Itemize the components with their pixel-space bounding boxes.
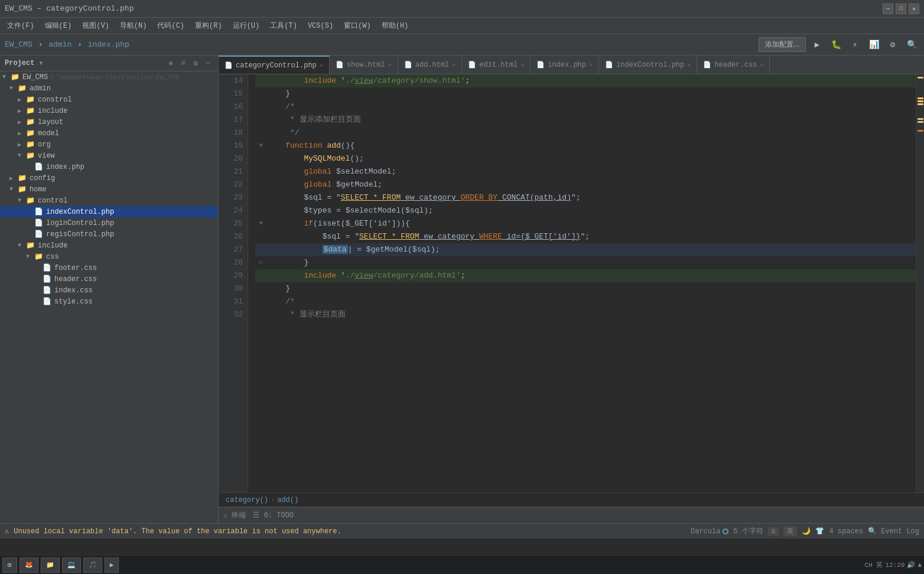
menu-help[interactable]: 帮助(H): [377, 19, 414, 32]
tab-addhtml[interactable]: 📄 add.html ✕: [398, 56, 463, 74]
tree-item-ew-cms[interactable]: ▼ 📁 EW_CMS C:\wamp64\www\class\online\EW…: [0, 71, 218, 83]
lang-btn[interactable]: 英: [783, 526, 797, 536]
tree-item-config[interactable]: ▶ 📁 config: [0, 172, 218, 184]
tree-label: admin: [30, 84, 51, 93]
code-content[interactable]: include './view/category/show.html'; } /…: [248, 74, 916, 493]
profile-icon[interactable]: ⚡: [847, 37, 863, 53]
tab-showhtml[interactable]: 📄 show.html ✕: [330, 56, 398, 74]
tree-item-constrol[interactable]: ▶ 📁 constrol: [0, 94, 218, 105]
file-icon: 📄: [34, 218, 44, 227]
taskbar-terminal[interactable]: ▶: [105, 557, 119, 573]
tree-item-index-css[interactable]: 📄 index.css: [0, 285, 218, 296]
tab-categorycontrol[interactable]: 📄 categoryControl.php ✕: [219, 56, 330, 74]
search-everywhere-icon[interactable]: 🔍: [904, 37, 919, 53]
toolbar-right: 添加配置... ▶ 🐛 ⚡ 📊 ⚙ 🔍: [759, 37, 919, 53]
tab-close-icon[interactable]: ✕: [320, 62, 323, 69]
todo-tab[interactable]: ☰ 6: TODO: [253, 511, 294, 520]
collapse-icon[interactable]: ≡: [178, 58, 188, 69]
list-icon: ☰: [253, 511, 259, 520]
theme-badge[interactable]: Darcula: [691, 527, 728, 536]
project-dropdown-icon[interactable]: ▼: [39, 60, 43, 67]
tree-item-control[interactable]: ▼ 📁 control: [0, 195, 218, 206]
bottom-tabs: ⚠ 终端 ☰ 6: TODO: [219, 507, 924, 523]
tree-item-header-css[interactable]: 📄 header.css: [0, 273, 218, 285]
chevron-down-icon[interactable]: ▲: [918, 562, 922, 569]
menu-vcs[interactable]: VCS(S): [303, 20, 338, 32]
minimize-button[interactable]: —: [883, 4, 893, 14]
locate-icon[interactable]: ⊕: [165, 58, 176, 69]
tab-close-icon[interactable]: ✕: [760, 61, 763, 69]
tree-item-style-css[interactable]: 📄 style.css: [0, 296, 218, 307]
tab-close-icon[interactable]: ✕: [687, 61, 691, 69]
tree-item-admin[interactable]: ▼ 📁 admin: [0, 83, 218, 94]
run-icon[interactable]: ▶: [809, 37, 825, 53]
taskbar-explorer[interactable]: 📁: [41, 557, 60, 573]
minimize-sidebar-icon[interactable]: —: [203, 58, 213, 69]
menu-window[interactable]: 窗口(W): [339, 19, 376, 32]
menu-edit[interactable]: 编辑(E): [40, 19, 77, 32]
tree-item-footer-css[interactable]: 📄 footer.css: [0, 262, 218, 273]
tree-item-view[interactable]: ▼ 📁 view: [0, 150, 218, 161]
tree-item-include-home[interactable]: ▼ 📁 include: [0, 240, 218, 251]
line-numbers: 14 15 16 17 18 19 20 21 22 23 24 25 26 2…: [219, 74, 248, 493]
tree-item-indexcontrol-php[interactable]: 📄 indexControl.php: [0, 206, 218, 217]
tab-close-icon[interactable]: ✕: [520, 61, 524, 69]
tree-item-include[interactable]: ▶ 📁 include: [0, 105, 218, 116]
close-button[interactable]: ✕: [909, 4, 919, 14]
line-ending[interactable]: 4 spaces: [829, 527, 863, 536]
tab-headercss[interactable]: 📄 header.css ✕: [697, 56, 770, 74]
tab-indexphp[interactable]: 📄 index.php ✕: [531, 56, 599, 74]
tree-item-logincontrol-php[interactable]: 📄 loginControl.php: [0, 217, 218, 229]
add-config-button[interactable]: 添加配置...: [759, 37, 806, 52]
menu-refactor[interactable]: 重构(R): [190, 19, 227, 32]
shirt-icon[interactable]: 👕: [815, 527, 824, 536]
code-editor[interactable]: 14 15 16 17 18 19 20 21 22 23 24 25 26 2…: [219, 74, 924, 493]
breadcrumb-category[interactable]: category(): [226, 496, 268, 504]
event-log[interactable]: 🔍 Event Log: [868, 527, 919, 536]
breadcrumb-ew-cms[interactable]: EW_CMS: [5, 40, 32, 49]
tree-item-org[interactable]: ▶ 📁 org: [0, 139, 218, 150]
tree-item-model[interactable]: ▶ 📁 model: [0, 128, 218, 139]
terminal-tab[interactable]: ⚠ 终端: [223, 510, 246, 520]
fold-gutter-foldable[interactable]: ▼: [255, 139, 267, 152]
code-line-17: * 显示添加栏目页面: [255, 113, 916, 126]
start-button[interactable]: ⊞: [2, 557, 17, 573]
fold-gutter-foldable[interactable]: ▼: [255, 217, 267, 230]
moon-icon[interactable]: 🌙: [802, 527, 811, 536]
tree-label: include: [38, 242, 67, 250]
breadcrumb-add[interactable]: add(): [277, 496, 298, 504]
ime-btn[interactable]: S: [768, 527, 779, 536]
taskbar-media[interactable]: 🎵: [83, 557, 102, 573]
tab-close-icon[interactable]: ✕: [452, 61, 456, 69]
tab-close-icon[interactable]: ✕: [388, 61, 392, 69]
breadcrumb-admin[interactable]: admin: [48, 40, 71, 49]
maximize-button[interactable]: □: [896, 4, 906, 14]
tree-item-home[interactable]: ▼ 📁 home: [0, 184, 218, 195]
settings-icon[interactable]: ⚙: [885, 37, 900, 53]
tree-item-layout[interactable]: ▶ 📁 layout: [0, 116, 218, 128]
tree-item-regiscontrol-php[interactable]: 📄 regisControl.php: [0, 229, 218, 240]
taskbar-ide[interactable]: 💻: [62, 557, 81, 573]
tree-item-index-php-admin[interactable]: 📄 index.php: [0, 161, 218, 172]
menu-view[interactable]: 视图(V): [77, 19, 114, 32]
menu-navigate[interactable]: 导航(N): [115, 19, 152, 32]
menu-run[interactable]: 运行(U): [228, 19, 265, 32]
gear-icon[interactable]: ⚙: [190, 58, 201, 69]
menu-file[interactable]: 文件(F): [2, 19, 39, 32]
tab-close-icon[interactable]: ✕: [589, 61, 593, 69]
folder-icon: 📁: [34, 252, 44, 261]
tab-edithtml[interactable]: 📄 edit.html ✕: [462, 56, 531, 74]
clock: 12:29: [885, 562, 905, 569]
volume-icon[interactable]: 🔊: [907, 561, 915, 569]
input-method[interactable]: CH 英: [865, 560, 883, 569]
tree-item-css[interactable]: ▼ 📁 css: [0, 251, 218, 262]
menu-code[interactable]: 代码(C): [152, 19, 189, 32]
taskbar-firefox[interactable]: 🦊: [19, 557, 38, 573]
code-line-30: }: [255, 282, 916, 295]
fold-gutter-foldable[interactable]: ▷: [255, 256, 267, 269]
breadcrumb-index[interactable]: index.php: [88, 40, 129, 49]
menu-tools[interactable]: 工具(T): [265, 19, 302, 32]
debug-icon[interactable]: 🐛: [828, 37, 844, 53]
coverage-icon[interactable]: 📊: [866, 37, 881, 53]
tab-indexcontrolphp[interactable]: 📄 indexControl.php ✕: [599, 56, 697, 74]
